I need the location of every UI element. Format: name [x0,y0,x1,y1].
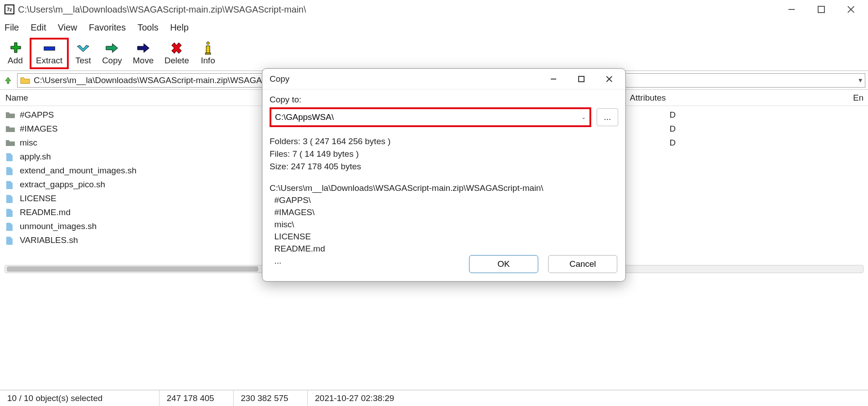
svg-rect-4 [44,47,55,50]
toolbar: Add Extract Test Copy Move Delete Info [0,36,868,71]
chevron-down-icon[interactable]: ⌄ [581,114,586,120]
stats-folders: Folders: 3 ( 247 164 256 bytes ) [270,135,618,148]
menu-edit[interactable]: Edit [31,22,46,33]
file-name: apply.sh [20,152,231,162]
copy-button[interactable]: Copy [97,40,126,67]
svg-rect-9 [579,76,584,82]
stats-size: Size: 247 178 405 bytes [270,160,618,173]
file-icon [5,208,15,216]
extract-button[interactable]: Extract [30,38,69,69]
plus-icon [7,41,23,55]
file-icon [5,167,15,175]
add-button[interactable]: Add [3,40,28,67]
file-icon [5,236,15,244]
minus-icon [41,41,58,55]
menu-help[interactable]: Help [170,22,189,33]
check-icon [75,41,91,55]
menu-favorites[interactable]: Favorites [89,22,126,33]
test-button[interactable]: Test [71,40,96,67]
file-icon [5,222,15,230]
move-button[interactable]: Move [128,40,158,67]
file-name: extend_and_mount_images.sh [20,166,231,176]
file-icon [5,153,15,161]
status-bar: 10 / 10 object(s) selected 247 178 405 2… [0,390,868,406]
minimize-button[interactable] [786,4,797,15]
svg-rect-1 [818,6,824,13]
status-selection: 10 / 10 object(s) selected [0,390,159,406]
dialog-minimize-button[interactable] [548,74,559,84]
file-name: LICENSE [20,194,231,203]
window-title: C:\Users\m__la\Downloads\WSAGAScript-mai… [18,4,306,15]
up-button[interactable] [3,75,14,86]
source-item: LICENSE [270,230,618,243]
folder-icon [5,111,15,119]
file-attr: D [635,124,676,134]
file-name: extract_gapps_pico.sh [20,180,231,190]
ok-button[interactable]: OK [469,255,538,273]
file-name: #GAPPS [20,110,231,120]
col-attributes[interactable]: Attributes [625,93,670,103]
folder-icon [5,125,15,133]
info-button[interactable]: Info [195,40,221,67]
copy-dialog: Copy Copy to: ⌄ ... Folders: 3 ( 247 164… [262,68,626,282]
col-name[interactable]: Name [5,93,230,103]
source-root: C:\Users\m__la\Downloads\WSAGAScript-mai… [270,182,618,194]
col-en[interactable]: En [670,93,868,103]
folder-icon [5,139,15,147]
file-name: unmount_images.sh [20,221,231,231]
chevron-down-icon[interactable]: ▾ [859,76,862,84]
source-item: #IMAGES\ [270,206,618,218]
status-bytes1: 247 178 405 [159,390,234,406]
menu-view[interactable]: View [58,22,77,33]
file-attr: D [635,138,676,148]
move-arrow-icon [135,41,151,55]
browse-button[interactable]: ... [597,108,618,126]
file-name: #IMAGES [20,124,231,134]
menu-tools[interactable]: Tools [137,22,159,33]
title-bar: 7z C:\Users\m__la\Downloads\WSAGAScript-… [0,0,868,19]
delete-button[interactable]: Delete [160,40,194,67]
copy-to-label: Copy to: [270,95,618,105]
file-name: README.md [20,207,231,217]
dialog-title: Copy [270,74,289,84]
delete-x-icon [168,41,185,55]
source-item: misc\ [270,218,618,230]
maximize-button[interactable] [815,4,827,15]
file-name: VARIABLES.sh [20,235,231,245]
svg-rect-6 [206,46,210,53]
file-icon [5,181,15,189]
status-date: 2021-10-27 02:38:29 [308,390,401,406]
file-icon [5,194,15,203]
copy-to-field[interactable]: ⌄ [270,107,591,127]
menu-file[interactable]: File [4,22,19,33]
dialog-close-button[interactable] [604,74,615,84]
info-icon [200,41,216,55]
status-bytes2: 230 382 575 [234,390,308,406]
copy-arrow-icon [104,41,120,55]
menu-bar: File Edit View Favorites Tools Help [0,19,868,36]
cancel-button[interactable]: Cancel [548,255,617,273]
svg-rect-7 [205,53,211,54]
file-attr: D [635,110,676,120]
svg-point-5 [207,42,209,44]
dialog-maximize-button[interactable] [576,74,587,84]
source-item: README.md [270,243,618,255]
stats-files: Files: 7 ( 14 149 bytes ) [270,148,618,160]
app-icon: 7z [4,4,14,14]
source-item: #GAPPS\ [270,194,618,206]
copy-to-input[interactable] [275,112,581,122]
folder-icon [20,76,30,84]
file-name: misc [20,138,231,148]
close-button[interactable] [845,4,857,15]
